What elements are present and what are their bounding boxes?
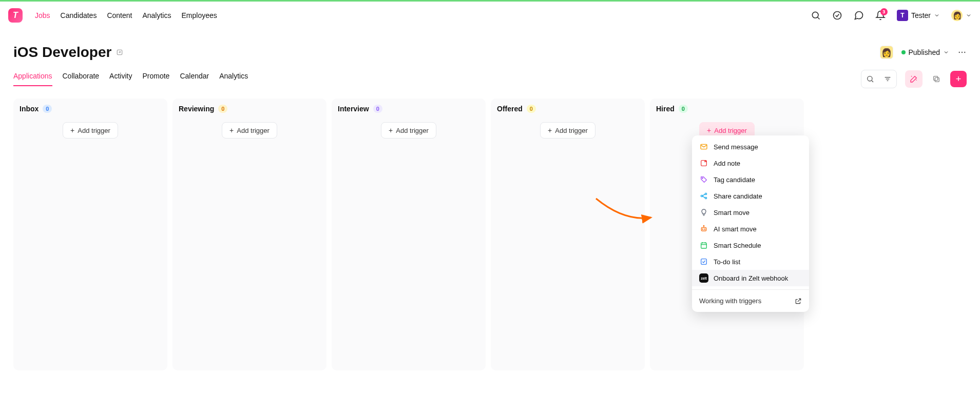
svg-point-0	[812, 12, 818, 18]
tab-calendar[interactable]: Calendar	[180, 72, 209, 86]
account-switcher[interactable]: T Tester	[897, 10, 940, 21]
column-count: 0	[679, 105, 688, 113]
add-trigger-button[interactable]: +Add trigger	[63, 122, 118, 139]
column-count: 0	[527, 105, 536, 113]
notifications-icon[interactable]: 3	[875, 10, 886, 21]
add-trigger-button[interactable]: +Add trigger	[540, 122, 595, 139]
approve-icon[interactable]	[832, 10, 842, 21]
page-title: iOS Developer	[13, 44, 111, 61]
dropdown-item-add-note[interactable]: Add note	[692, 155, 809, 171]
svg-point-24	[704, 229, 705, 229]
chat-icon[interactable]	[854, 10, 864, 21]
dropdown-item-label: To-do list	[714, 258, 740, 266]
column-interview: Interview0+Add trigger	[332, 98, 486, 370]
tab-analytics[interactable]: Analytics	[219, 72, 248, 86]
more-button[interactable]	[957, 48, 967, 57]
add-trigger-label: Add trigger	[714, 127, 747, 134]
svg-rect-12	[934, 76, 938, 81]
owner-avatar[interactable]: 👩	[880, 46, 893, 59]
svg-point-7	[868, 76, 872, 81]
add-trigger-button[interactable]: +Add trigger	[222, 122, 277, 139]
tab-applications[interactable]: Applications	[13, 72, 52, 86]
dropdown-item-onboard-in-zelt-webhook[interactable]: zeltOnboard in Zelt webhook	[692, 270, 809, 286]
board-search-icon[interactable]	[861, 70, 879, 88]
zelt-icon: zelt	[699, 273, 708, 283]
dropdown-item-ai-smart-move[interactable]: AI smart move	[692, 221, 809, 237]
topbar: T JobsCandidatesContentAnalyticsEmployee…	[0, 0, 980, 29]
column-header: Inbox0	[20, 105, 161, 113]
tab-collaborate[interactable]: Collaborate	[63, 72, 100, 86]
status-chip[interactable]: Published	[901, 48, 950, 56]
column-reviewing: Reviewing0+Add trigger	[172, 98, 326, 370]
page-title-wrap: iOS Developer	[13, 44, 124, 61]
dropdown-item-send-message[interactable]: Send message	[692, 139, 809, 155]
column-header: Interview0	[338, 105, 479, 113]
note-icon	[699, 159, 708, 168]
dropdown-item-tag-candidate[interactable]: Tag candidate	[692, 171, 809, 188]
board-tools: +	[861, 70, 967, 88]
column-name: Hired	[656, 105, 675, 113]
search-icon[interactable]	[811, 10, 821, 21]
svg-point-2	[833, 11, 841, 19]
external-link-icon	[795, 298, 802, 305]
tool-group	[861, 70, 897, 88]
dropdown-item-label: Onboard in Zelt webhook	[714, 274, 788, 282]
column-inbox: Inbox0+Add trigger	[13, 98, 167, 370]
plus-icon: +	[548, 126, 552, 134]
svg-line-20	[702, 194, 705, 196]
dropdown-item-smart-schedule[interactable]: Smart Schedule	[692, 237, 809, 253]
column-count: 0	[373, 105, 382, 113]
account-avatar: T	[897, 10, 908, 21]
share-icon	[699, 191, 708, 201]
nav-item-analytics[interactable]: Analytics	[142, 11, 171, 19]
tab-promote[interactable]: Promote	[142, 72, 169, 86]
svg-line-21	[702, 196, 705, 198]
bulb-icon	[699, 208, 708, 217]
user-avatar: 👩	[951, 10, 963, 21]
plus-icon: +	[229, 126, 234, 134]
chevron-down-icon	[934, 12, 940, 18]
chevron-down-icon	[943, 49, 949, 55]
external-link-icon[interactable]	[116, 48, 124, 56]
svg-rect-31	[701, 259, 707, 265]
dropdown-item-label: Smart move	[714, 209, 750, 216]
mail-icon	[699, 142, 708, 151]
svg-line-8	[872, 81, 873, 82]
topbar-left: T JobsCandidatesContentAnalyticsEmployee…	[8, 8, 217, 23]
dropdown-item-label: Share candidate	[714, 192, 762, 200]
column-count: 0	[43, 105, 52, 113]
status-dot	[901, 50, 906, 54]
column-header: Hired0	[656, 105, 798, 113]
column-header: Reviewing0	[179, 105, 320, 113]
add-trigger-label: Add trigger	[78, 127, 110, 134]
svg-rect-27	[701, 243, 707, 248]
magic-wand-icon[interactable]	[905, 70, 923, 88]
nav-item-jobs[interactable]: Jobs	[35, 11, 50, 19]
nav-item-content[interactable]: Content	[107, 11, 132, 19]
add-trigger-button[interactable]: +Add trigger	[381, 122, 436, 139]
svg-line-1	[818, 17, 820, 19]
tab-activity[interactable]: Activity	[109, 72, 132, 86]
dropdown-item-smart-move[interactable]: Smart move	[692, 204, 809, 221]
filter-icon[interactable]	[879, 70, 896, 88]
dropdown-item-to-do-list[interactable]: To-do list	[692, 253, 809, 270]
nav-item-employees[interactable]: Employees	[181, 11, 217, 19]
svg-point-6	[964, 52, 965, 53]
header-right: 👩 Published	[880, 46, 967, 59]
column-count: 0	[218, 105, 227, 113]
svg-point-4	[959, 52, 960, 53]
kanban-board: Inbox0+Add triggerReviewing0+Add trigger…	[0, 88, 980, 381]
app-logo[interactable]: T	[8, 8, 23, 23]
dropdown-item-share-candidate[interactable]: Share candidate	[692, 188, 809, 204]
open-external-icon[interactable]	[928, 70, 945, 88]
column-name: Reviewing	[179, 105, 214, 113]
trigger-dropdown: Send messageAdd noteTag candidateShare c…	[692, 135, 809, 312]
dropdown-item-label: Add note	[714, 160, 740, 167]
dropdown-footer-link[interactable]: Working with triggers	[692, 293, 809, 309]
column-name: Inbox	[20, 105, 39, 113]
svg-point-23	[702, 229, 703, 229]
user-profile[interactable]: 👩	[951, 10, 972, 21]
add-button[interactable]: +	[950, 71, 967, 87]
column-header: Offered0	[497, 105, 639, 113]
nav-item-candidates[interactable]: Candidates	[61, 11, 97, 19]
